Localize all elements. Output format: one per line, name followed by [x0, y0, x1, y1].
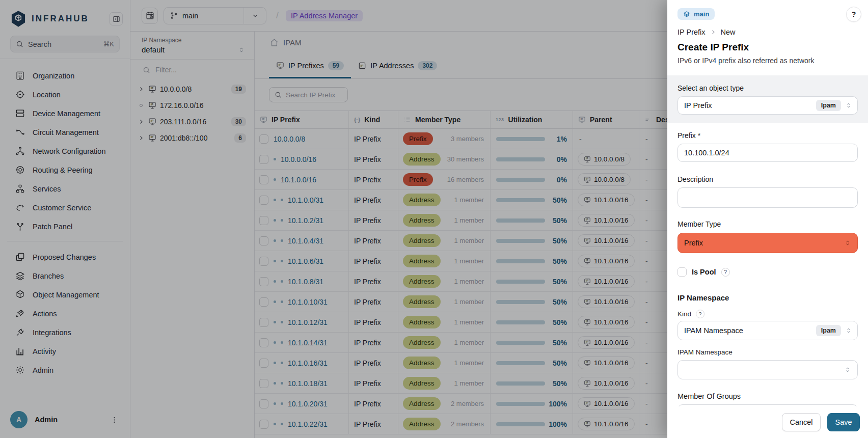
member-type-value: Prefix: [684, 239, 844, 247]
panel-footer: Cancel Save: [667, 406, 868, 438]
description-field-textarea[interactable]: [677, 187, 858, 208]
chevron-updown-icon: [844, 366, 851, 373]
object-type-section: Select an object type IP Prefix Ipam: [667, 75, 868, 123]
kind-select[interactable]: IPAM Namespace Ipam: [677, 321, 858, 340]
kind-label: Kind: [677, 310, 691, 318]
prefix-field-input[interactable]: [677, 144, 858, 162]
breadcrumb-current: New: [721, 28, 736, 36]
cancel-button[interactable]: Cancel: [782, 413, 821, 431]
is-pool-label: Is Pool: [692, 268, 716, 276]
chevron-updown-icon: [845, 327, 852, 334]
panel-title: Create IP Prefix: [677, 42, 858, 53]
chevron-updown-icon: [844, 239, 851, 247]
is-pool-row: Is Pool ?: [677, 267, 858, 277]
create-ip-prefix-panel: main ? IP Prefix New Create IP Prefix IP…: [667, 0, 868, 438]
member-of-groups-label: Member Of Groups: [677, 392, 858, 400]
object-type-select[interactable]: IP Prefix Ipam: [677, 96, 858, 115]
panel-branch-badge: main: [677, 8, 715, 20]
is-pool-help-icon[interactable]: ?: [721, 268, 730, 277]
member-type-select[interactable]: Prefix: [677, 233, 858, 253]
is-pool-checkbox[interactable]: [677, 267, 687, 277]
kind-label-row: Kind ?: [677, 310, 858, 318]
breadcrumb-parent[interactable]: IP Prefix: [677, 28, 706, 36]
object-type-value: IP Prefix: [684, 101, 812, 110]
save-button[interactable]: Save: [827, 413, 860, 431]
ipam-badge: Ipam: [816, 325, 841, 336]
ipam-namespace-select[interactable]: [677, 360, 858, 379]
app-root: INFRAHUB Search ⌘K OrganizationLocationD…: [0, 0, 868, 438]
panel-form: Prefix * Description Member Type Prefix …: [667, 123, 868, 424]
ipam-badge: Ipam: [816, 100, 841, 111]
chevron-right-icon: [710, 29, 716, 35]
layers-icon: [683, 11, 690, 18]
kind-value: IPAM Namespace: [684, 326, 812, 335]
chevron-updown-icon: [845, 102, 852, 109]
panel-breadcrumb: IP Prefix New: [677, 28, 858, 36]
panel-subtitle: IPv6 or IPv4 prefix also referred as net…: [677, 57, 858, 65]
object-type-label: Select an object type: [677, 84, 858, 92]
panel-header: main ? IP Prefix New Create IP Prefix IP…: [667, 0, 868, 75]
description-field-label: Description: [677, 175, 858, 183]
prefix-field-label: Prefix *: [677, 131, 858, 140]
panel-help-button[interactable]: ?: [846, 7, 861, 22]
member-type-field-label: Member Type: [677, 220, 858, 228]
ipam-namespace-label: IPAM Namespace: [677, 348, 858, 356]
kind-help-icon[interactable]: ?: [696, 310, 704, 318]
ip-namespace-section-title: IP Namespace: [677, 293, 858, 302]
